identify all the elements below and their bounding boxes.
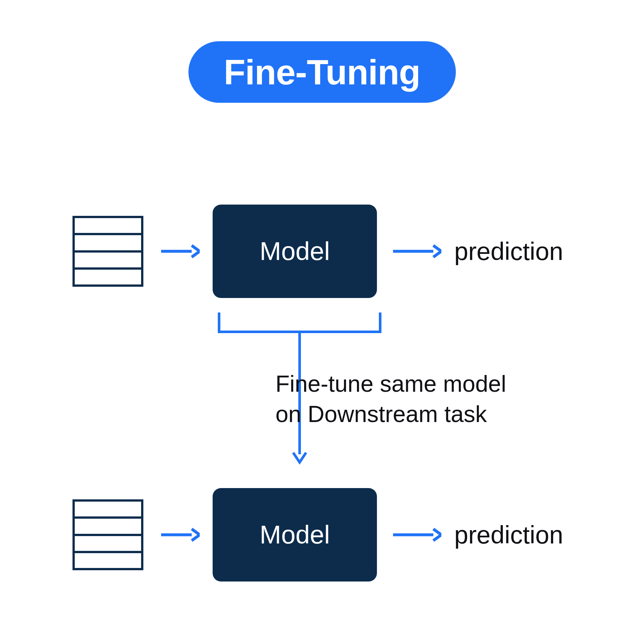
arrow-right-icon	[161, 242, 200, 261]
arrow-right-icon	[393, 242, 441, 261]
caption-text: Fine-tune same model on Downstream task	[275, 369, 506, 429]
data-table-icon	[72, 499, 143, 570]
pipeline-row-1: Model prediction	[0, 205, 644, 298]
model-label: Model	[260, 236, 330, 266]
prediction-label-1: prediction	[454, 237, 563, 266]
model-label: Model	[260, 520, 330, 550]
pipeline-row-2: Model prediction	[0, 488, 644, 582]
model-box-1: Model	[213, 205, 377, 298]
model-box-2: Model	[213, 488, 377, 582]
arrow-right-icon	[393, 525, 441, 544]
title-pill: Fine-Tuning	[188, 41, 456, 103]
data-table-icon	[72, 216, 143, 287]
arrow-right-icon	[161, 525, 200, 544]
prediction-label-2: prediction	[454, 520, 563, 550]
